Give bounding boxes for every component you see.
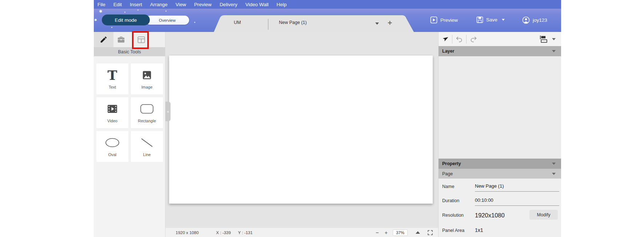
page-section-header[interactable]: Page xyxy=(439,169,561,179)
image-tool-icon xyxy=(141,70,152,81)
sparkle-decoration: ✱ xyxy=(99,9,102,14)
app-header: File Edit Insert Arrange View Preview De… xyxy=(94,0,561,32)
line-tool-icon xyxy=(140,137,154,148)
pencil-icon xyxy=(100,36,108,44)
fullscreen-icon[interactable] xyxy=(427,230,433,236)
save-options-dropdown-icon[interactable] xyxy=(502,19,505,21)
user-account-button[interactable]: joy123 xyxy=(522,16,547,24)
menu-help[interactable]: Help xyxy=(276,2,287,7)
panel-area-value: 1x1 xyxy=(475,227,559,233)
rectangle-tool-icon xyxy=(140,104,154,114)
properties-sidebar: Layer Property Page Name New Page (1) Du… xyxy=(438,32,561,237)
zoom-in-icon[interactable]: + xyxy=(385,230,388,236)
preview-button[interactable]: Preview xyxy=(430,16,458,24)
tool-line[interactable]: Line xyxy=(131,131,163,162)
tool-video[interactable]: Video xyxy=(96,97,128,128)
zoom-level-value[interactable]: 37% xyxy=(393,229,408,236)
page-list-dropdown-icon[interactable] xyxy=(375,23,379,25)
layer-collapse-icon[interactable] xyxy=(552,50,556,52)
tool-image[interactable]: Image xyxy=(131,64,163,94)
tool-label: Oval xyxy=(108,152,117,157)
username-label: joy123 xyxy=(533,17,547,23)
menu-delivery[interactable]: Delivery xyxy=(220,2,237,7)
page-collapse-icon[interactable] xyxy=(552,173,556,175)
menu-preview[interactable]: Preview xyxy=(194,2,212,7)
edit-mode-button[interactable]: Edit mode xyxy=(102,15,150,25)
zoom-out-icon[interactable]: − xyxy=(376,229,379,236)
tool-label: Image xyxy=(141,85,153,89)
modify-resolution-button[interactable]: Modify xyxy=(529,210,558,220)
page-duration-input[interactable]: 00:10:00 xyxy=(475,197,559,206)
sparkle-decoration xyxy=(124,12,125,13)
tool-rectangle[interactable]: Rectangle xyxy=(131,97,163,128)
video-tool-icon xyxy=(107,104,118,114)
screenshot-root: File Edit Insert Arrange View Preview De… xyxy=(0,0,644,237)
tab-basic-tools[interactable] xyxy=(94,32,113,47)
page-tab[interactable]: UM New Page (1) + xyxy=(214,15,414,32)
property-section-header[interactable]: Property xyxy=(439,159,561,169)
save-icon xyxy=(476,16,483,23)
cursor-y-label: Y : -131 xyxy=(238,230,253,235)
menu-view[interactable]: View xyxy=(176,2,186,7)
tool-text[interactable]: T Text xyxy=(96,64,128,94)
tab-page-name: New Page (1) xyxy=(279,20,307,25)
save-button-label: Save xyxy=(486,17,497,23)
menu-insert[interactable]: Insert xyxy=(130,2,142,7)
collapse-panel-up-icon[interactable] xyxy=(416,231,420,234)
property-collapse-icon[interactable] xyxy=(552,163,556,165)
tab-shape xyxy=(214,15,414,32)
menu-arrange[interactable]: Arrange xyxy=(150,2,168,7)
page-resolution-label: Resolution xyxy=(442,213,464,218)
layer-section-header[interactable]: Layer xyxy=(439,46,561,56)
sparkle-decoration xyxy=(165,11,167,12)
toolbar-divider xyxy=(466,35,467,44)
layer-section-title: Layer xyxy=(442,49,454,54)
mode-toggle: Overview Edit mode xyxy=(102,15,189,25)
user-avatar-icon xyxy=(522,16,530,24)
sparkle-decoration xyxy=(111,27,112,28)
undo-icon[interactable] xyxy=(456,36,463,42)
app-window: File Edit Insert Arrange View Preview De… xyxy=(94,0,561,237)
tools-sidebar: Basic Tools T Text Image xyxy=(94,32,165,237)
cursor-x-label: X : -339 xyxy=(216,230,231,235)
save-button[interactable]: Save xyxy=(476,16,505,23)
briefcase-icon xyxy=(117,36,125,44)
page-name-input[interactable]: New Page (1) xyxy=(475,183,559,192)
menu-bar: File Edit Insert Arrange View Preview De… xyxy=(94,0,561,9)
tool-grid: T Text Image xyxy=(96,64,163,162)
tool-label: Line xyxy=(143,152,151,157)
tab-media-library[interactable] xyxy=(111,32,131,47)
overview-mode-button[interactable]: Overview xyxy=(145,16,189,25)
annotation-highlight xyxy=(132,31,149,49)
sparkle-decoration xyxy=(194,22,195,23)
menu-edit[interactable]: Edit xyxy=(113,2,122,7)
oval-tool-icon xyxy=(105,138,120,148)
page-name-label: Name xyxy=(442,184,454,189)
canvas-resolution-label: 1920 x 1080 xyxy=(176,230,199,235)
preview-button-label: Preview xyxy=(440,17,458,23)
canvas-workspace[interactable] xyxy=(165,32,438,228)
page-canvas[interactable] xyxy=(169,56,433,204)
menu-video-wall[interactable]: Video Wall xyxy=(245,2,269,7)
menu-file[interactable]: File xyxy=(97,2,105,7)
tab-divider xyxy=(268,19,268,30)
sidebar-tab-strip xyxy=(94,32,165,47)
sidebar-collapse-handle[interactable]: « xyxy=(165,102,171,121)
tab-project-name: UM xyxy=(234,20,241,25)
align-objects-icon[interactable] xyxy=(540,35,548,43)
redo-icon[interactable] xyxy=(470,36,477,42)
tool-label: Text xyxy=(109,85,116,89)
add-page-icon[interactable]: + xyxy=(388,18,392,28)
toolbar-divider xyxy=(452,35,452,44)
select-cursor-icon[interactable] xyxy=(442,36,449,42)
property-section-title: Property xyxy=(442,161,461,166)
tool-label: Video xyxy=(107,119,117,123)
tool-oval[interactable]: Oval xyxy=(96,131,128,162)
tool-label: Rectangle xyxy=(138,119,156,123)
status-bar: 1920 x 1080 X : -339 Y : -131 − + 37% xyxy=(165,228,438,237)
align-options-dropdown-icon[interactable] xyxy=(552,38,556,40)
sparkle-decoration: ✱ xyxy=(94,18,97,22)
section-title-basic-tools: Basic Tools xyxy=(94,47,165,56)
play-preview-icon xyxy=(430,16,437,24)
right-toolbar xyxy=(439,32,561,46)
